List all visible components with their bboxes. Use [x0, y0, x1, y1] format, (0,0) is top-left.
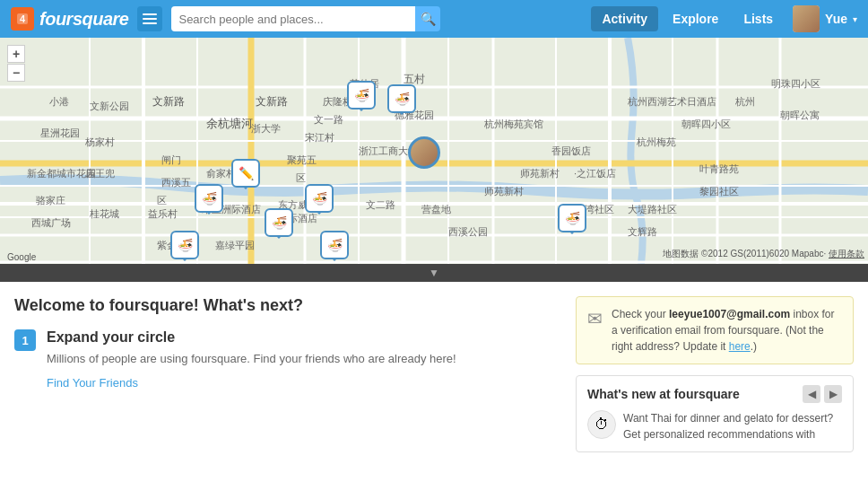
svg-text:骆家庄: 骆家庄 [36, 195, 65, 206]
whats-new-text: Want Thai for dinner and gelato for dess… [623, 410, 842, 443]
whats-new-box: What's new at foursquare ◀ ▶ ⏱ Want Thai… [576, 375, 854, 452]
user-avatar [793, 5, 820, 32]
hamburger-line-3 [143, 22, 157, 24]
logo-area: 4 foursquare [11, 7, 128, 31]
svg-text:区: 区 [296, 172, 306, 183]
svg-text:新金都城市花园: 新金都城市花园 [27, 168, 96, 179]
svg-text:文一路: 文一路 [314, 114, 343, 125]
map-controls: + − [7, 45, 25, 82]
svg-text:杨家村: 杨家村 [84, 136, 115, 147]
step-content: Expand your circle Millions of people ar… [47, 329, 456, 390]
verify-text-pre: Check your [612, 308, 669, 320]
svg-text:大堤路社区: 大堤路社区 [628, 204, 677, 215]
map-pin-9[interactable]: 🍜 [318, 231, 351, 264]
svg-text:朝晖公寓: 朝晖公寓 [780, 110, 820, 120]
svg-text:Google: Google [7, 252, 37, 262]
svg-text:嘉绿平园: 嘉绿平园 [215, 240, 255, 250]
hamburger-line-2 [143, 18, 157, 20]
svg-text:益乐村: 益乐村 [148, 208, 178, 219]
svg-text:朝晖四小区: 朝晖四小区 [681, 118, 731, 129]
email-icon: ✉ [587, 308, 603, 355]
header: 4 foursquare 🔍 Activity Explore Lists Yu… [0, 0, 868, 38]
foursquare-logo-icon: 4 [11, 7, 34, 31]
zoom-in-button[interactable]: + [7, 45, 25, 63]
nav-lists[interactable]: Lists [733, 6, 784, 31]
pin-bubble-7: 🍜 [558, 204, 586, 232]
pin-bubble-4: 🍜 [195, 184, 223, 213]
menu-button[interactable] [137, 6, 162, 31]
svg-text:区: 区 [157, 195, 167, 206]
map-pin-3[interactable]: ✏️ [230, 159, 262, 195]
whats-new-title: What's new at foursquare [587, 387, 740, 401]
nav-links: Activity Explore Lists [591, 6, 784, 31]
zoom-out-button[interactable]: − [7, 64, 25, 82]
map-copyright: 地图数据 ©2012 GS(2011)6020 Mapabc· 使用条款 [663, 248, 864, 260]
svg-text:·之江饭店: ·之江饭店 [574, 168, 616, 179]
right-column: ✉ Check your leeyue1007@gmail.com inbox … [576, 296, 854, 468]
collapse-bar[interactable]: ▼ [0, 264, 868, 282]
svg-text:师苑新村: 师苑新村 [484, 186, 524, 197]
pin-bubble-2: 🍜 [387, 84, 416, 113]
user-area[interactable]: Yue ▾ [793, 5, 857, 32]
map-pin-1[interactable]: 🍜 [345, 81, 378, 117]
svg-text:浙大学: 浙大学 [251, 123, 281, 134]
verify-update-link[interactable]: here [729, 340, 751, 353]
pin-bubble-3: ✏️ [231, 159, 260, 188]
verify-email-text: Check your leeyue1007@gmail.com inbox fo… [612, 306, 842, 355]
svg-text:小港: 小港 [49, 96, 69, 107]
search-icon: 🔍 [421, 12, 436, 26]
svg-text:西溪五: 西溪五 [161, 177, 191, 188]
nav-explore[interactable]: Explore [662, 6, 729, 31]
main-content: Welcome to foursquare! What's next? 1 Ex… [0, 282, 868, 482]
step-description: Millions of people are using foursquare.… [47, 351, 456, 367]
svg-text:黎园社区: 黎园社区 [699, 186, 739, 197]
verify-email-box: ✉ Check your leeyue1007@gmail.com inbox … [576, 296, 854, 364]
svg-text:叶青路苑: 叶青路苑 [699, 163, 739, 174]
svg-text:香园饭店: 香园饭店 [551, 145, 591, 156]
search-button[interactable]: 🔍 [415, 6, 440, 31]
map-pin-8[interactable]: 🍜 [169, 231, 201, 264]
map-pin-2[interactable]: 🍜 [386, 84, 418, 120]
svg-text:4: 4 [20, 13, 26, 24]
pin-avatar-img [408, 136, 440, 169]
svg-text:闸门: 闸门 [161, 154, 181, 165]
verify-email-address: leeyue1007@gmail.com [669, 308, 790, 320]
svg-text:五村: 五村 [404, 73, 425, 85]
step-row: 1 Expand your circle Millions of people … [14, 329, 558, 390]
pin-bubble-1: 🍜 [347, 81, 376, 110]
collapse-arrow-icon: ▼ [429, 267, 439, 279]
svg-text:杭州: 杭州 [734, 96, 755, 107]
whats-new-prev-button[interactable]: ◀ [803, 385, 820, 403]
whats-new-icon: ⏱ [587, 410, 616, 439]
map-pin-4[interactable]: 🍜 [193, 184, 225, 220]
whats-new-header: What's new at foursquare ◀ ▶ [587, 385, 842, 403]
step-title: Expand your circle [47, 329, 456, 346]
pin-bubble-8: 🍜 [170, 231, 199, 259]
svg-text:杭州梅苑宾馆: 杭州梅苑宾馆 [483, 118, 543, 129]
svg-text:明珠四小区: 明珠四小区 [771, 78, 820, 89]
svg-text:文辉路: 文辉路 [628, 226, 657, 237]
verify-text-end: .) [751, 340, 757, 353]
left-column: Welcome to foursquare! What's next? 1 Ex… [14, 296, 576, 468]
find-friends-link[interactable]: Find Your Friends [47, 376, 138, 390]
svg-text:西溪公园: 西溪公园 [448, 226, 488, 237]
step-number: 1 [14, 329, 36, 351]
map-pin-avatar[interactable] [408, 136, 440, 172]
svg-text:文新路: 文新路 [256, 95, 288, 108]
whats-new-next-button[interactable]: ▶ [824, 385, 842, 403]
nav-activity[interactable]: Activity [591, 6, 658, 31]
svg-text:杭州西湖艺术日酒店: 杭州西湖艺术日酒店 [627, 96, 716, 107]
welcome-title: Welcome to foursquare! What's next? [14, 296, 558, 315]
map-pin-6[interactable]: 🍜 [263, 208, 295, 244]
map-terms-link[interactable]: 使用条款 [829, 249, 864, 259]
search-input[interactable] [171, 6, 419, 31]
map-pin-7[interactable]: 🍜 [556, 204, 588, 240]
map-pin-5[interactable]: 🍜 [303, 184, 335, 220]
map-container[interactable]: 小港 星洲花园 文新公园 杨家村 庙王兜 新金都城市花园 骆家庄 西城广场 桂花… [0, 38, 868, 264]
svg-text:聚苑五: 聚苑五 [287, 154, 317, 165]
svg-text:文新公园: 文新公园 [90, 101, 129, 111]
pin-bubble-9: 🍜 [320, 231, 349, 259]
svg-text:余杭塘河: 余杭塘河 [206, 117, 253, 130]
pin-bubble-6: 🍜 [265, 208, 293, 237]
hamburger-line-1 [143, 13, 157, 15]
